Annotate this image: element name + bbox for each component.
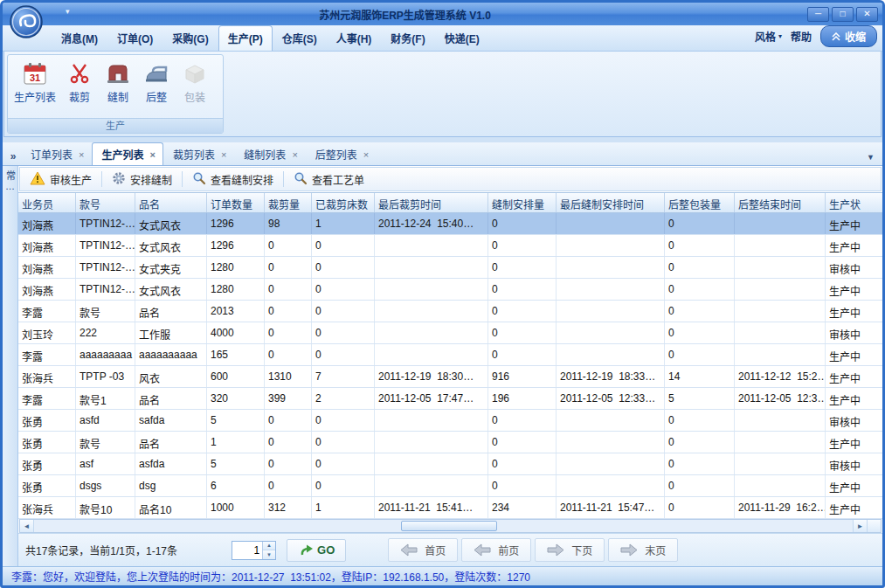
page-number-input[interactable]	[232, 542, 262, 559]
column-header-业务员[interactable]: 业务员	[18, 193, 76, 212]
status-message: 李露：您好，欢迎登陆，您上次登陆的时间为：2011-12-27 13:51:02…	[11, 569, 530, 584]
menu-item-消息(M)[interactable]: 消息(M)	[52, 25, 107, 51]
ribbon-group-production: 31生产列表裁剪缝制后整包装 生产	[7, 54, 224, 134]
table-row[interactable]: 张勇款号品名10000生产中	[18, 432, 882, 453]
table-cell: 生产中	[826, 432, 882, 453]
ribbon-button-生产列表[interactable]: 31生产列表	[10, 58, 60, 118]
tab-裁剪列表[interactable]: 裁剪列表×	[163, 142, 234, 165]
toolbar-button-查看工艺单[interactable]: 查看工艺单	[287, 169, 370, 190]
menu-item-订单(O)[interactable]: 订单(O)	[107, 25, 162, 51]
table-row[interactable]: 刘海燕TPTIN12-…女式风衣12960000生产中	[18, 235, 882, 257]
tab-close-icon[interactable]: ×	[221, 149, 226, 160]
table-cell: 1	[312, 213, 375, 234]
pager-末页-button[interactable]: 末页	[608, 538, 678, 562]
tab-close-icon[interactable]: ×	[363, 149, 369, 160]
table-row[interactable]: 张勇dsgsdsg60000生产中	[18, 475, 882, 497]
style-menu[interactable]: 风格 ▾	[755, 29, 782, 44]
spinner-up-icon[interactable]: ▲	[263, 542, 275, 551]
table-row[interactable]: 刘海燕TPTIN12-…女式夹克12800000审核中	[18, 257, 882, 279]
table-row[interactable]: 李露款号品名20130000生产中	[18, 301, 882, 322]
column-header-最后缝制安排时间[interactable]: 最后缝制安排时间	[557, 193, 665, 212]
go-button[interactable]: GO	[287, 539, 346, 562]
menu-item-仓库(S)[interactable]: 仓库(S)	[273, 25, 327, 51]
ribbon-button-缝制[interactable]: 缝制	[99, 58, 137, 118]
scrollbar-corner	[867, 520, 881, 532]
table-row[interactable]: 张勇asfasfda50000审核中	[18, 453, 882, 475]
tab-close-icon[interactable]: ×	[79, 149, 84, 160]
ribbon-button-包装[interactable]: 包装	[176, 58, 214, 118]
table-row[interactable]: 刘海燕TPTIN12-…女式风衣12969812011-12-24 15:40……	[18, 213, 882, 235]
maximize-button[interactable]: □	[832, 7, 854, 22]
menu-item-快递(E)[interactable]: 快递(E)	[435, 25, 489, 51]
scroll-right-icon[interactable]: ►	[853, 520, 867, 532]
table-cell: 0	[312, 344, 375, 365]
table-row[interactable]: 张海兵款号10品名10100031212011-11-21 15:41…2342…	[18, 497, 882, 519]
tab-label: 裁剪列表	[173, 147, 215, 162]
table-row[interactable]: 张海兵TPTP -03风衣600131072011-12-19 18:30…91…	[18, 366, 882, 388]
tab-close-icon[interactable]: ×	[149, 149, 155, 160]
menu-item-财务(F)[interactable]: 财务(F)	[381, 25, 434, 51]
table-row[interactable]: 李露aaaaaaaaaaaaaaaaaaa1650000生产中	[18, 344, 882, 366]
column-header-已裁剪床数[interactable]: 已裁剪床数	[312, 193, 375, 212]
column-header-后整包装量[interactable]: 后整包装量	[665, 193, 735, 212]
column-header-裁剪量[interactable]: 裁剪量	[265, 193, 312, 212]
table-cell: 0	[488, 475, 557, 496]
column-header-品名[interactable]: 品名	[135, 193, 207, 212]
table-cell: 916	[488, 366, 557, 387]
ribbon-button-后整[interactable]: 后整	[137, 58, 176, 118]
toolbar-button-安排缝制[interactable]: 安排缝制	[106, 169, 178, 190]
pager-下页-button[interactable]: 下页	[535, 538, 605, 562]
horizontal-scrollbar-thumb[interactable]	[401, 521, 497, 531]
toolbar-button-label: 查看缝制安排	[211, 172, 273, 187]
tab-overflow-chevron-icon[interactable]: »	[5, 150, 21, 165]
column-header-缝制安排量[interactable]: 缝制安排量	[488, 193, 557, 212]
table-cell	[735, 301, 826, 322]
column-header-款号[interactable]: 款号	[76, 193, 135, 212]
pager-首页-button[interactable]: 首页	[388, 538, 458, 562]
menu-item-采购(G)[interactable]: 采购(G)	[162, 25, 218, 51]
svg-text:31: 31	[30, 73, 40, 83]
collapsed-side-panel[interactable]: 常…	[3, 166, 18, 566]
column-header-生产状[interactable]: 生产状	[826, 193, 882, 212]
app-logo-icon[interactable]	[9, 4, 44, 39]
table-cell: 李露	[18, 344, 76, 365]
collapse-ribbon-button[interactable]: 收缩	[820, 25, 877, 47]
column-header-最后裁剪时间[interactable]: 最后裁剪时间	[375, 193, 488, 212]
table-cell: 审核中	[826, 453, 882, 474]
tab-缝制列表[interactable]: 缝制列表×	[234, 142, 305, 165]
toolbar-separator	[283, 171, 284, 187]
tab-close-icon[interactable]: ×	[292, 149, 297, 160]
column-header-订单数量[interactable]: 订单数量	[207, 193, 265, 212]
horizontal-scrollbar[interactable]: ◄ ►	[19, 519, 882, 533]
ribbon-button-裁剪[interactable]: 裁剪	[60, 58, 99, 118]
menu-item-人事(H)[interactable]: 人事(H)	[327, 25, 382, 51]
quick-access-caret-icon[interactable]: ▾	[66, 7, 70, 16]
table-cell	[557, 475, 665, 496]
table-cell: 2011-11-21 15:41…	[375, 497, 488, 518]
tab-生产列表[interactable]: 生产列表×	[92, 142, 162, 165]
table-cell: 李露	[18, 301, 76, 322]
table-cell: 0	[312, 301, 375, 322]
table-cell	[375, 410, 488, 431]
tab-订单列表[interactable]: 订单列表×	[21, 142, 92, 165]
table-row[interactable]: 刘海燕TPTIN12-…女式风衣12800000生产中	[18, 279, 882, 301]
titlebar[interactable]: ▾ 苏州元润服饰ERP生成管理系统 V1.0 ─ □ ✕	[3, 3, 882, 25]
toolbar-button-审核生产[interactable]: 审核生产	[24, 169, 98, 190]
help-menu[interactable]: 帮助	[791, 29, 812, 44]
spinner-down-icon[interactable]: ▼	[263, 550, 275, 559]
close-button[interactable]: ✕	[856, 7, 878, 22]
table-row[interactable]: 张勇asfdsafda50000审核中	[18, 410, 882, 432]
minimize-button[interactable]: ─	[807, 7, 829, 22]
column-header-后整结束时间[interactable]: 后整结束时间	[735, 193, 826, 212]
tab-后整列表[interactable]: 后整列表×	[306, 142, 377, 165]
pager-前页-button[interactable]: 前页	[461, 538, 531, 562]
horizontal-scrollbar-track[interactable]	[34, 520, 853, 532]
toolbar-button-查看缝制安排[interactable]: 查看缝制安排	[186, 169, 280, 190]
arrow-right-icon	[547, 543, 564, 557]
pager-nav: 首页前页下页末页	[388, 538, 678, 562]
tab-list-dropdown-icon[interactable]: ▼	[867, 153, 880, 165]
menu-item-生产(P)[interactable]: 生产(P)	[218, 25, 273, 51]
table-row[interactable]: 李露款号1品名32039922011-12-05 17:47…1962011-1…	[18, 388, 882, 410]
scroll-left-icon[interactable]: ◄	[20, 520, 34, 532]
table-row[interactable]: 刘玉玲222工作服40000000审核中	[18, 322, 882, 344]
